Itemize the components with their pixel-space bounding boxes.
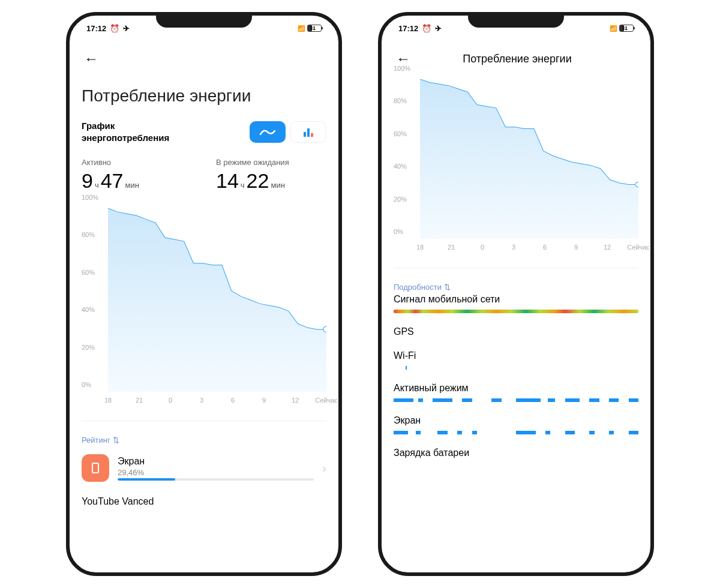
svg-point-5	[635, 182, 638, 187]
header: ←	[82, 38, 326, 76]
phone-left: 17:12 ⏰ ✈ 📶 31 ← Потребление энергии Гра…	[66, 12, 342, 576]
app-row-youtube[interactable]: YouTube Vanced	[82, 489, 326, 514]
sort-icon: ⇅	[444, 283, 451, 292]
status-time: 17:12	[398, 24, 418, 33]
battery-icon: 31	[307, 25, 322, 32]
svg-rect-0	[304, 132, 306, 137]
detail-active-mode: Активный режим	[394, 383, 638, 402]
screen-icon	[82, 454, 109, 482]
wifi-bar	[394, 366, 638, 370]
screen-bar	[394, 431, 638, 434]
mobile-signal-bar	[394, 310, 638, 313]
chart-type-toggle	[250, 121, 326, 143]
battery-chart-right: 0%20%40%60%80%100% 1821036912Сейчас	[394, 76, 638, 256]
status-bar: 17:12 ⏰ ✈ 📶 31	[82, 18, 326, 38]
sort-icon: ⇅	[113, 436, 119, 445]
svg-rect-4	[92, 463, 98, 473]
standby-stat: В режиме ожидания 14 ч 22 мин	[216, 158, 326, 193]
page-title: Потребление энергии	[82, 76, 326, 120]
rating-link[interactable]: Рейтинг ⇅	[82, 433, 326, 447]
line-chart-toggle[interactable]	[250, 121, 286, 143]
svg-rect-1	[307, 128, 310, 137]
header: ← Потребление энергии	[394, 38, 638, 76]
app-row-screen[interactable]: Экран 29,46% ›	[82, 447, 326, 489]
telegram-icon: ✈	[123, 24, 130, 33]
status-time: 17:12	[86, 24, 106, 33]
detail-charging: Зарядка батареи	[394, 448, 638, 458]
bar-chart-toggle[interactable]	[290, 121, 326, 143]
telegram-icon: ✈	[435, 24, 442, 33]
phone-right: 17:12 ⏰ ✈ 📶 31 ← Потребление энергии 0%2…	[378, 12, 654, 576]
details-link[interactable]: Подробности ⇅	[394, 280, 638, 294]
active-mode-bar	[394, 398, 638, 402]
alarm-icon: ⏰	[110, 24, 119, 33]
back-button[interactable]: ←	[82, 48, 101, 70]
network-icon: 📶	[610, 25, 617, 32]
active-stat: Активно 9 ч 47 мин	[82, 158, 192, 193]
detail-screen: Экран	[394, 415, 638, 434]
svg-rect-2	[311, 133, 313, 137]
battery-chart-left: 0%20%40%60%80%100% 1821036912Сейчас	[82, 205, 326, 409]
network-icon: 📶	[298, 25, 305, 32]
battery-icon: 31	[619, 25, 634, 32]
status-bar: 17:12 ⏰ ✈ 📶 31	[394, 18, 638, 38]
alarm-icon: ⏰	[422, 24, 431, 33]
detail-mobile-signal: Сигнал мобильной сети	[394, 294, 638, 313]
chevron-right-icon: ›	[322, 461, 326, 475]
detail-gps: GPS	[394, 326, 638, 337]
detail-wifi: Wi-Fi	[394, 350, 638, 370]
chart-toggle-label: График энергопотребления	[82, 120, 169, 143]
